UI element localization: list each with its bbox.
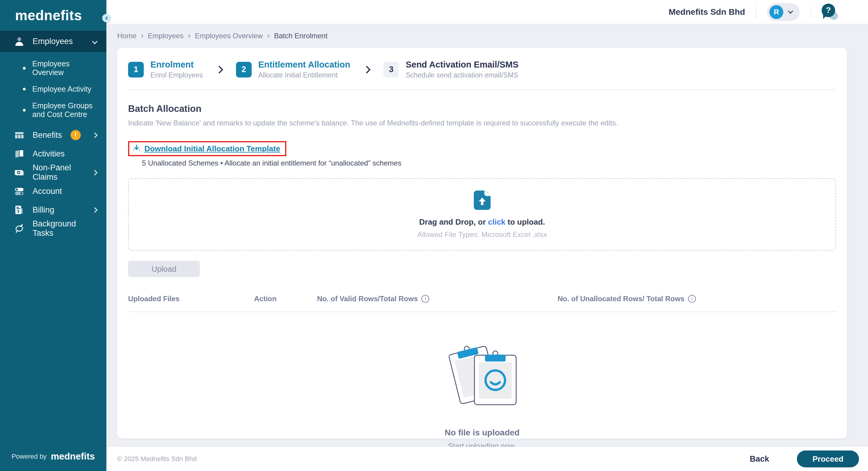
sidebar-item-background-tasks[interactable]: Background Tasks — [0, 219, 106, 238]
step-entitlement-allocation[interactable]: 2 Entitlement Allocation Allocate Initia… — [236, 60, 350, 79]
step-send-activation: 3 Send Activation Email/SMS Schedule sen… — [383, 60, 518, 79]
sidebar-item-label: Employees — [33, 37, 85, 46]
sidebar-item-billing[interactable]: $ Billing — [0, 201, 106, 219]
divider — [810, 5, 811, 19]
clipboards-smiley-illustration — [446, 341, 518, 412]
column-header-uploaded-files: Uploaded Files — [128, 295, 254, 303]
banknote-icon — [14, 167, 25, 178]
company-name: Mednefits Sdn Bhd — [669, 7, 745, 17]
upload-button[interactable]: Upload — [128, 261, 200, 277]
footer-action-bar: © 2025 Mednefits Sdn Bhd Back Proceed — [106, 447, 868, 471]
chevron-left-icon — [105, 16, 108, 20]
sidebar-item-employees[interactable]: Employees — [0, 31, 106, 52]
breadcrumb-employees-overview[interactable]: Employees Overview — [195, 32, 262, 40]
sidebar-item-employee-groups-cost-centre[interactable]: Employee Groups and Cost Centre — [0, 97, 106, 123]
open-book-icon — [14, 148, 25, 159]
breadcrumb: Home › Employees › Employees Overview › … — [117, 29, 847, 43]
column-header-action: Action — [254, 295, 317, 303]
column-header-unallocated-rows: No. of Unallocated Rows/ Total Rows i — [558, 295, 696, 303]
sidebar-nav: Employees Employees Overview Employee Ac… — [0, 31, 106, 238]
page-title: Batch Allocation — [128, 104, 836, 114]
unallocated-schemes-note: 5 Unallocated Schemes • Allocate an init… — [142, 159, 836, 167]
batch-enrolment-card: 1 Enrolment Enrol Employees 2 Entitlemen… — [117, 48, 847, 438]
user-menu[interactable]: R — [767, 3, 800, 21]
chevron-right-icon — [92, 133, 97, 138]
proceed-button[interactable]: Proceed — [797, 450, 859, 467]
content-area: Home › Employees › Employees Overview › … — [106, 24, 868, 447]
sidebar-item-employee-activity[interactable]: Employee Activity — [0, 81, 106, 97]
sidebar-item-label: Billing — [33, 205, 85, 215]
avatar: R — [770, 5, 783, 19]
sidebar-item-account[interactable]: Account — [0, 182, 106, 201]
sidebar-collapse-button[interactable] — [102, 14, 111, 22]
column-header-valid-rows: No. of Valid Rows/Total Rows i — [317, 295, 558, 303]
step-enrolment[interactable]: 1 Enrolment Enrol Employees — [128, 60, 203, 79]
breadcrumb-separator-icon: › — [188, 31, 190, 41]
step-subtitle: Schedule send activation email/SMS — [406, 71, 518, 79]
sidebar-item-benefits[interactable]: Benefits ! — [0, 126, 106, 144]
step-separator-chevron-icon — [363, 66, 370, 73]
step-title: Entitlement Allocation — [258, 60, 350, 70]
empty-state: No file is uploaded Start uploading now. — [128, 341, 836, 450]
step-title: Enrolment — [150, 60, 203, 70]
sidebar-item-non-panel-claims[interactable]: Non-Panel Claims — [0, 163, 106, 182]
step-number-badge: 1 — [128, 62, 144, 78]
column-header-valid-rows-label: No. of Valid Rows/Total Rows — [317, 295, 418, 303]
sidebar-subitem-label: Employee Groups and Cost Centre — [32, 101, 96, 119]
employees-submenu: Employees Overview Employee Activity Emp… — [0, 52, 106, 126]
person-icon — [14, 36, 25, 47]
column-header-unallocated-rows-label: No. of Unallocated Rows/ Total Rows — [558, 295, 684, 303]
breadcrumb-home[interactable]: Home — [117, 32, 136, 40]
chevron-right-icon — [92, 207, 97, 213]
receipt-dollar-icon: $ — [14, 204, 25, 215]
info-icon[interactable]: i — [421, 295, 429, 303]
info-icon[interactable]: i — [688, 295, 696, 303]
dropzone-click-link[interactable]: click — [488, 217, 505, 227]
step-number-badge: 3 — [383, 62, 399, 78]
bullet-icon — [23, 88, 26, 90]
step-subtitle: Allocate Initial Entitlement — [258, 71, 350, 79]
footer-buttons: Back Proceed — [749, 450, 859, 467]
empty-state-title: No file is uploaded — [444, 428, 520, 438]
breadcrumb-separator-icon: › — [141, 31, 144, 41]
back-button[interactable]: Back — [749, 454, 769, 464]
sidebar-item-label: Activities — [33, 149, 97, 158]
divider — [756, 5, 756, 19]
dropzone-text: Drag and Drop, or click to upload. — [419, 217, 545, 227]
stepper: 1 Enrolment Enrol Employees 2 Entitlemen… — [128, 60, 836, 90]
main-area: Mednefits Sdn Bhd R ? Home › Employees ›… — [106, 0, 868, 471]
mednefits-logo: mednefits — [0, 0, 106, 31]
step-separator-chevron-icon — [216, 66, 223, 73]
download-icon — [132, 144, 141, 153]
sidebar-item-label: Non-Panel Claims — [33, 163, 85, 182]
chevron-down-icon — [92, 38, 97, 44]
toggle-switches-icon — [14, 186, 25, 197]
svg-text:$: $ — [17, 209, 20, 213]
mednefits-footer-logo: mednefits — [51, 451, 95, 462]
download-link-label: Download Initial Allocation Template — [144, 144, 280, 153]
sidebar-item-employees-overview[interactable]: Employees Overview — [0, 56, 106, 81]
sidebar-item-label: Account — [33, 187, 97, 196]
step-number-badge: 2 — [236, 62, 252, 78]
breadcrumb-separator-icon: › — [267, 31, 270, 41]
step-title: Send Activation Email/SMS — [406, 60, 518, 70]
breadcrumb-employees[interactable]: Employees — [148, 32, 184, 40]
warning-badge: ! — [70, 130, 81, 140]
help-button[interactable]: ? — [822, 4, 838, 21]
file-dropzone[interactable]: Drag and Drop, or click to upload. Allow… — [128, 178, 836, 251]
sidebar-item-activities[interactable]: Activities — [0, 144, 106, 163]
copyright-text: © 2025 Mednefits Sdn Bhd — [117, 455, 196, 463]
page-description: Indicate 'New Balance' and remarks to up… — [128, 119, 836, 127]
benefits-columns-icon — [14, 130, 25, 141]
allowed-file-types: Allowed File Types: Microsoft Excel .xls… — [417, 230, 547, 239]
app-window: mednefits Employees Employees Overview E — [0, 0, 868, 471]
file-upload-icon — [473, 190, 491, 211]
question-bubble-icon: ? — [822, 4, 835, 17]
download-template-link[interactable]: Download Initial Allocation Template — [128, 141, 286, 156]
bullet-icon — [23, 67, 26, 70]
bullet-icon — [23, 109, 26, 112]
sidebar-footer: Powered by mednefits — [0, 451, 106, 471]
powered-by-text: Powered by — [11, 452, 46, 461]
sidebar-item-label: Benefits — [33, 130, 62, 140]
chevron-down-icon — [788, 8, 793, 13]
